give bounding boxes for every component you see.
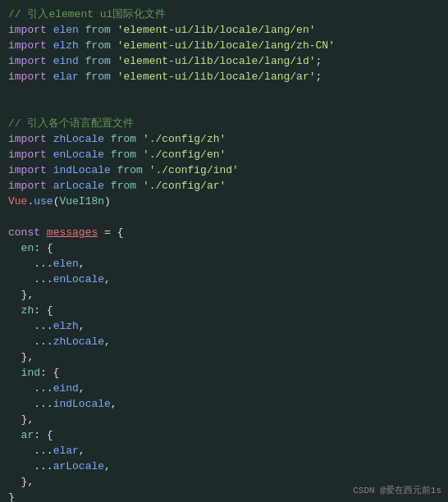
line-import-eind: import eind from 'element-ui/lib/locale/… [8,53,440,69]
line-import-zhlocale: import zhLocale from './config/zh' [8,131,440,147]
spread-zhlocale: zhLocale [53,334,104,349]
spread-dots: ... [34,256,53,272]
spread-dots: ... [34,443,53,459]
from-kw: from [111,147,136,162]
spread-elar: elar [53,443,79,459]
str-arlocale: './config/ar' [143,178,226,194]
id-eind: eind [53,53,79,69]
kw-import: import [8,162,47,178]
line-import-arlocale: import arLocale from './config/ar' [8,178,440,194]
line-const: const messages = { [8,225,440,240]
line-close-ind: }, [8,412,440,427]
code-block: // 引入element ui国际化文件 import elen from 'e… [0,0,448,502]
spread-eind: eind [53,381,79,396]
key-en: en [21,240,34,256]
spread-elzh: elzh [53,318,79,334]
spread-enlocale: enLocale [53,272,104,287]
spread-dots: ... [34,334,53,349]
line-spread-elen: ... elen , [8,256,440,272]
line-close-en: }, [8,287,440,303]
from-kw: from [85,22,111,38]
comment-text: // 引入element ui国际化文件 [8,7,166,22]
str-elen: 'element-ui/lib/locale/lang/en' [117,22,316,38]
line-ar-open: ar : { [8,427,440,443]
use-method: use [34,194,53,209]
blank-line [8,100,440,116]
kw-import: import [8,178,47,194]
from-kw: from [111,131,136,147]
spread-elen: elen [53,256,79,272]
spread-dots: ... [34,381,53,396]
kw-import: import [8,69,47,84]
str-elar: 'element-ui/lib/locale/lang/ar' [117,69,316,84]
line-spread-indlocale: ... indLocale , [8,396,440,412]
line-spread-elzh: ... elzh , [8,318,440,334]
str-indlocale: './config/ind' [149,162,239,178]
id-arlocale: arLocale [53,178,104,194]
line-spread-elar: ... elar , [8,443,440,459]
from-kw: from [85,53,111,69]
line-import-elzh: import elzh from 'element-ui/lib/locale/… [8,38,440,53]
str-elzh: 'element-ui/lib/locale/lang/zh-CN' [117,38,335,53]
id-enlocale: enLocale [53,147,104,162]
id-elen: elen [53,22,79,38]
kw-import: import [8,53,47,69]
spread-arlocale: arLocale [53,459,104,474]
kw-const: const [8,225,40,240]
line-spread-eind: ... eind , [8,381,440,396]
kw-import: import [8,38,47,53]
key-zh: zh [21,303,34,318]
str-eind: 'element-ui/lib/locale/lang/id' [117,53,316,69]
from-kw: from [117,162,143,178]
line-ind-open: ind : { [8,365,440,381]
kw-import: import [8,131,47,147]
key-ar: ar [21,427,34,443]
str-zhlocale: './config/zh' [143,131,226,147]
spread-dots: ... [34,272,53,287]
comment-text-2: // 引入各个语言配置文件 [8,116,134,131]
line-import-enlocale: import enLocale from './config/en' [8,147,440,162]
from-kw: from [111,178,136,194]
blank-line [8,209,440,225]
footer-watermark: CSDN @爱在西元前1s [353,483,441,499]
var-messages: messages [47,225,98,240]
line-en-open: en : { [8,240,440,256]
vue-identifier: Vue [8,194,27,209]
from-kw: from [85,38,111,53]
line-comment-1: // 引入element ui国际化文件 [8,7,440,22]
line-comment-2: // 引入各个语言配置文件 [8,116,440,131]
line-spread-zhlocale: ... zhLocale , [8,334,440,349]
id-zhlocale: zhLocale [53,131,104,147]
line-close-zh: }, [8,349,440,365]
blank-line [8,84,440,100]
vuei18n-arg: VueI18n [59,194,104,209]
id-elar: elar [53,69,79,84]
id-indlocale: indLocale [53,162,111,178]
str-enlocale: './config/en' [143,147,226,162]
line-spread-arlocale: ... arLocale , [8,459,440,474]
spread-dots: ... [34,318,53,334]
line-vue-use: Vue . use ( VueI18n ) [8,194,440,209]
key-ind: ind [21,365,40,381]
kw-import: import [8,147,47,162]
line-import-indlocale: import indLocale from './config/ind' [8,162,440,178]
from-kw: from [85,69,111,84]
id-elzh: elzh [53,38,79,53]
line-import-elen: import elen from 'element-ui/lib/locale/… [8,22,440,38]
kw-import: import [8,22,47,38]
spread-indlocale: indLocale [53,396,111,412]
line-zh-open: zh : { [8,303,440,318]
spread-dots: ... [34,459,53,474]
line-import-elar: import elar from 'element-ui/lib/locale/… [8,69,440,84]
spread-dots: ... [34,396,53,412]
line-spread-enlocale: ... enLocale , [8,272,440,287]
